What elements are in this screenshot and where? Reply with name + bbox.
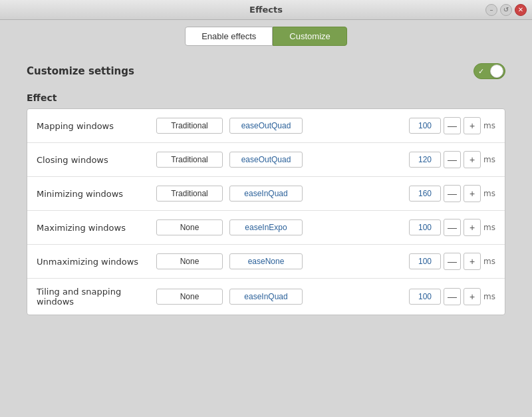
effects-table: Mapping windows Traditional easeOutQuad … — [27, 108, 505, 315]
duration-input[interactable] — [409, 253, 441, 269]
customize-title: Customize settings — [27, 65, 134, 77]
increment-button[interactable]: + — [464, 288, 481, 305]
tab-customize[interactable]: Customize — [273, 27, 346, 46]
toggle-check-icon: ✓ — [478, 67, 484, 76]
effect-name: Tiling and snapping windows — [37, 287, 150, 307]
duration-input[interactable] — [409, 186, 441, 202]
effect-section-label: Effect — [27, 92, 505, 103]
effect-row: Tiling and snapping windows None easeInQ… — [27, 279, 505, 315]
tab-enable-effects[interactable]: Enable effects — [185, 27, 273, 46]
effect-row: Mapping windows Traditional easeOutQuad … — [27, 109, 505, 143]
easing-dropdown[interactable]: easeOutQuad — [229, 118, 303, 134]
duration-controls: — + ms — [409, 117, 495, 134]
easing-dropdown[interactable]: easeInExpo — [229, 219, 303, 235]
ms-label: ms — [483, 223, 495, 232]
duration-controls: — + ms — [409, 219, 495, 236]
effect-row: Unmaximizing windows None easeNone — + m… — [27, 245, 505, 279]
effect-type-dropdown[interactable]: Traditional — [156, 118, 223, 134]
duration-input[interactable] — [409, 118, 441, 134]
decrement-button[interactable]: — — [444, 219, 461, 236]
toggle-knob — [490, 65, 503, 78]
effect-type-dropdown[interactable]: None — [156, 219, 223, 235]
decrement-button[interactable]: — — [444, 288, 461, 305]
easing-dropdown[interactable]: easeInQuad — [229, 186, 303, 202]
increment-button[interactable]: + — [464, 117, 481, 134]
duration-controls: — + ms — [409, 288, 495, 305]
effect-name: Minimizing windows — [37, 189, 150, 199]
effect-type-dropdown[interactable]: Traditional — [156, 186, 223, 202]
duration-controls: — + ms — [409, 253, 495, 270]
decrement-button[interactable]: — — [444, 117, 461, 134]
tab-bar: Enable effects Customize — [0, 20, 532, 53]
effect-name: Maximizing windows — [37, 223, 150, 233]
effect-name: Unmaximizing windows — [37, 257, 150, 267]
close-button[interactable]: ✕ — [515, 4, 527, 16]
duration-controls: — + ms — [409, 185, 495, 202]
duration-input[interactable] — [409, 289, 441, 305]
increment-button[interactable]: + — [464, 185, 481, 202]
effect-row: Closing windows Traditional easeOutQuad … — [27, 143, 505, 177]
ms-label: ms — [483, 292, 495, 301]
easing-dropdown[interactable]: easeInQuad — [229, 289, 303, 305]
window-title: Effects — [249, 5, 283, 15]
title-bar: Effects – ↺ ✕ — [0, 0, 532, 20]
duration-controls: — + ms — [409, 151, 495, 168]
decrement-button[interactable]: — — [444, 185, 461, 202]
effect-row: Minimizing windows Traditional easeInQua… — [27, 177, 505, 211]
effect-type-dropdown[interactable]: None — [156, 253, 223, 269]
minimize-button[interactable]: – — [485, 4, 497, 16]
decrement-button[interactable]: — — [444, 151, 461, 168]
ms-label: ms — [483, 257, 495, 266]
ms-label: ms — [483, 189, 495, 198]
easing-dropdown[interactable]: easeOutQuad — [229, 152, 303, 168]
effect-name: Mapping windows — [37, 121, 150, 131]
effect-type-dropdown[interactable]: None — [156, 289, 223, 305]
increment-button[interactable]: + — [464, 253, 481, 270]
increment-button[interactable]: + — [464, 219, 481, 236]
increment-button[interactable]: + — [464, 151, 481, 168]
ms-label: ms — [483, 155, 495, 164]
ms-label: ms — [483, 121, 495, 130]
duration-input[interactable] — [409, 152, 441, 168]
customize-header: Customize settings ✓ — [27, 63, 505, 79]
restore-button[interactable]: ↺ — [500, 4, 512, 16]
main-content: Customize settings ✓ Effect Mapping wind… — [0, 53, 532, 326]
duration-input[interactable] — [409, 219, 441, 235]
enable-toggle[interactable]: ✓ — [473, 63, 505, 79]
effect-type-dropdown[interactable]: Traditional — [156, 152, 223, 168]
effect-name: Closing windows — [37, 155, 150, 165]
decrement-button[interactable]: — — [444, 253, 461, 270]
easing-dropdown[interactable]: easeNone — [229, 253, 303, 269]
effect-row: Maximizing windows None easeInExpo — + m… — [27, 211, 505, 245]
window-controls: – ↺ ✕ — [485, 4, 527, 16]
